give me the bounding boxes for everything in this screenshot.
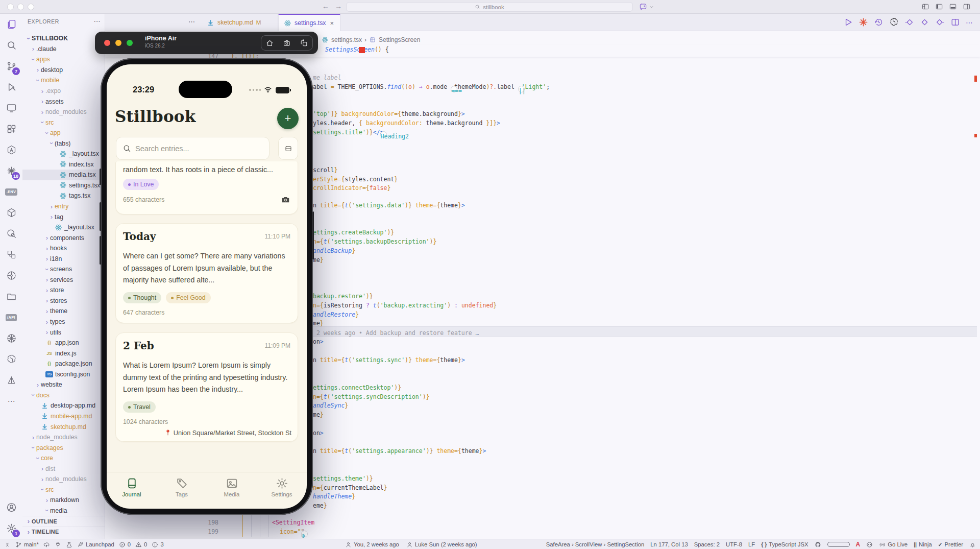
tree-item--expo[interactable]: ›.expo — [22, 86, 105, 97]
tree-item--tabs-[interactable]: ›(tabs) — [22, 138, 105, 149]
chat-toggle-button[interactable] — [639, 2, 662, 12]
tree-item-core[interactable]: ›core — [22, 453, 105, 464]
tabs-overflow-button[interactable]: ⋯ — [188, 18, 195, 26]
window-close-button[interactable] — [7, 4, 14, 10]
status-item-0[interactable]: 0 — [135, 541, 147, 548]
tree-item-sketchup-md[interactable]: sketchup.md — [22, 421, 105, 432]
activity-item-api-chip[interactable]: /API — [0, 307, 22, 328]
window-zoom-button[interactable] — [28, 4, 34, 10]
tree-item-screens[interactable]: ›screens — [22, 264, 105, 275]
journal-entry-card[interactable]: 2 Feb11:09 PMWhat is Lorem Ipsum? Lorem … — [115, 332, 298, 442]
phone-tab-media[interactable]: Media — [207, 472, 257, 509]
activity-item-container[interactable] — [0, 202, 22, 223]
status-item-typescript-jsx[interactable]: { }TypeScript JSX — [761, 541, 808, 547]
panel-left-icon[interactable] — [935, 3, 943, 11]
breadcrumb-symbol[interactable]: SettingsScreen — [379, 36, 420, 43]
activity-item-claude[interactable]: 18 — [0, 160, 22, 181]
tree-item-theme[interactable]: ›theme — [22, 306, 105, 317]
command-center-search[interactable]: stillbook — [346, 2, 633, 12]
nav-back-button[interactable]: ← — [321, 2, 331, 10]
tree-item-apps[interactable]: ›apps — [22, 54, 105, 65]
status-item-copilot[interactable] — [866, 541, 873, 548]
tree-item--layout-tsx[interactable]: _layout.tsx — [22, 222, 105, 233]
breadcrumb[interactable]: settings.tsx›SettingsScreen — [322, 34, 420, 45]
tree-item-markdown[interactable]: ›markdown — [22, 495, 105, 506]
activity-item-remote-explorer[interactable] — [0, 98, 22, 118]
activity-item-source-control[interactable]: 7 — [0, 56, 22, 77]
tree-item-i18n[interactable]: ›i18n — [22, 253, 105, 264]
journal-entry-card[interactable]: Today11:10 PMWhere can I get some? There… — [115, 223, 298, 323]
spark-icon[interactable] — [859, 17, 868, 27]
activity-item-hexagon-ai[interactable] — [0, 139, 22, 160]
tree-item-app-json[interactable]: {}app.json — [22, 338, 105, 348]
status-item-ln-177-col-13[interactable]: Ln 177, Col 13 — [650, 541, 688, 547]
status-item-prettier[interactable]: ✓Prettier — [938, 541, 963, 547]
tree-item--layout-tsx[interactable]: _layout.tsx — [22, 149, 105, 159]
add-entry-button[interactable]: + — [277, 108, 299, 129]
tag-pill-feel-good[interactable]: Feel Good — [166, 292, 210, 303]
tree-item-store[interactable]: ›store — [22, 285, 105, 296]
tree-item-media[interactable]: ›media — [22, 506, 105, 516]
tree-item-app[interactable]: ›app — [22, 128, 105, 138]
run-icon[interactable] — [843, 17, 853, 27]
status-item-ninja[interactable]: ||Ninja — [914, 541, 932, 547]
split-editor-icon[interactable] — [950, 17, 960, 27]
status-item-go-live[interactable]: Go Live — [879, 541, 908, 548]
activity-item-extensions[interactable] — [0, 118, 22, 139]
openai-icon[interactable] — [889, 17, 899, 27]
tree-item-mobile-app-md[interactable]: mobile-app.md — [22, 411, 105, 422]
phone-tab-journal[interactable]: Journal — [107, 472, 157, 509]
tree-item-desktop-app-md[interactable]: desktop-app.md — [22, 400, 105, 411]
activity-item-search[interactable] — [0, 35, 22, 56]
activity-item-kubernetes[interactable] — [0, 328, 22, 349]
diamond-left-icon[interactable] — [904, 17, 914, 27]
tree-item--claude[interactable]: ›.claude — [22, 44, 105, 55]
tree-item-desktop[interactable]: ›desktop — [22, 65, 105, 76]
simulator-zoom-button[interactable] — [127, 40, 133, 46]
tag-pill-thought[interactable]: Thought — [123, 292, 161, 303]
status-item-launchpad[interactable]: Launchpad — [77, 541, 114, 548]
tree-item-types[interactable]: ›types — [22, 317, 105, 327]
status-item-utf-8[interactable]: UTF-8 — [726, 541, 742, 547]
tree-item-src[interactable]: ›src — [22, 485, 105, 495]
tree-item-utils[interactable]: ›utils — [22, 327, 105, 338]
status-item-beaker[interactable] — [66, 541, 72, 548]
nav-forward-button[interactable]: → — [333, 2, 344, 10]
tree-item-index-tsx[interactable]: index.tsx — [22, 159, 105, 170]
tree-item-website[interactable]: ›website — [22, 379, 105, 390]
status-item-pill[interactable] — [827, 542, 850, 547]
status-item-cloud-up[interactable] — [43, 541, 50, 548]
tree-item-assets[interactable]: ›assets — [22, 96, 105, 107]
status-item-safearea-scrollview-sett[interactable]: SafeArea › ScrollView › SettingSection — [546, 541, 645, 547]
status-item-alert-a[interactable]: A — [856, 541, 861, 548]
tag-pill-travel[interactable]: Travel — [123, 401, 156, 413]
explorer-more-button[interactable]: ⋯ — [93, 17, 101, 25]
tree-item-tags-tsx[interactable]: tags.tsx — [22, 190, 105, 201]
breadcrumb-file[interactable]: settings.tsx — [331, 36, 362, 43]
status-item-spaces-2[interactable]: Spaces: 2 — [694, 541, 720, 547]
screenshot-icon[interactable] — [282, 39, 291, 47]
rotate-icon[interactable] — [300, 39, 308, 47]
window-minimize-button[interactable] — [17, 4, 24, 10]
tree-item-packages[interactable]: ›packages — [22, 442, 105, 453]
tree-item-hooks[interactable]: ›hooks — [22, 243, 105, 254]
status-item-octocat[interactable] — [815, 541, 821, 548]
tree-item-stillbook[interactable]: ›STILLBOOK — [22, 33, 105, 44]
tree-item-docs[interactable]: ›docs — [22, 390, 105, 401]
panel-right-icon[interactable] — [963, 3, 971, 11]
editor-tab-settings-tsx[interactable]: settings.tsx× — [278, 14, 340, 31]
tree-item-media-tsx[interactable]: media.tsx — [22, 170, 105, 180]
activity-item-openai[interactable] — [0, 349, 22, 370]
activity-item-git-graph[interactable] — [0, 265, 22, 286]
tree-item-dist[interactable]: ›dist — [22, 463, 105, 474]
tag-pill-in-love[interactable]: In Love — [123, 179, 159, 190]
status-item-plug[interactable] — [55, 541, 61, 548]
status-item-3[interactable]: 3 — [152, 541, 163, 548]
tree-item-stores[interactable]: ›stores — [22, 296, 105, 306]
tree-item-tsconfig-json[interactable]: TStsconfig.json — [22, 369, 105, 380]
search-entries-input[interactable]: Search entries... — [116, 137, 270, 160]
simulator-close-button[interactable] — [104, 40, 110, 46]
tree-item-src[interactable]: ›src — [22, 117, 105, 128]
tree-item-package-json[interactable]: {}package.json — [22, 359, 105, 369]
activity-item-env-chip[interactable]: .ENV — [0, 181, 22, 202]
